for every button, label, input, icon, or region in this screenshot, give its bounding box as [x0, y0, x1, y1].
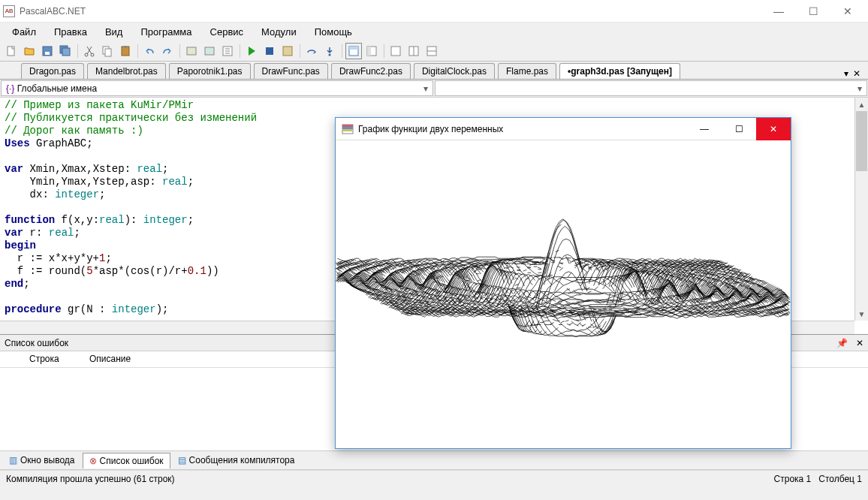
close-button[interactable]: ✕ [830, 0, 865, 23]
titlebar: AB PascalABC.NET — ☐ ✕ [0, 0, 868, 23]
copy-icon[interactable] [99, 43, 116, 59]
menu-file[interactable]: Файл [3, 25, 45, 39]
editor-tabs-row: Dragon.pasMandelbrot.pasPaporotnik1.pasD… [0, 62, 868, 80]
compiler-icon: ▤ [178, 455, 186, 465]
app-icon: AB [3, 5, 15, 17]
scope-dropdown-left[interactable]: {·} Глобальные имена ▾ [1, 80, 433, 96]
errors-col-line[interactable]: Строка [27, 351, 87, 367]
errors-icon: ⊗ [89, 456, 97, 466]
undo-icon[interactable] [141, 43, 158, 59]
scroll-up-icon[interactable]: ▲ [855, 98, 868, 111]
chevron-down-icon: ▾ [423, 83, 428, 94]
popup-close-button[interactable]: ✕ [756, 118, 791, 140]
svg-rect-26 [342, 127, 353, 129]
popup-maximize-button[interactable]: ☐ [722, 118, 756, 140]
statusbar: Компиляция прошла успешно (61 строк) Стр… [0, 470, 868, 486]
cut-icon[interactable] [81, 43, 98, 59]
stop-icon[interactable] [261, 43, 278, 59]
svg-point-6 [91, 53, 94, 56]
editor-tab[interactable]: Mandelbrot.pas [87, 63, 166, 79]
maximize-button[interactable]: ☐ [796, 0, 830, 23]
editor-tab[interactable]: DrawFunc2.pas [331, 63, 411, 79]
tab-compiler[interactable]: ▤ Сообщения компилятора [172, 453, 301, 468]
tab-errors[interactable]: ⊗ Список ошибок [83, 453, 170, 468]
svg-rect-18 [349, 47, 358, 50]
module-icon[interactable] [183, 43, 200, 59]
errors-panel-title: Список ошибок [5, 338, 68, 348]
panel-close-icon[interactable]: ✕ [856, 338, 863, 348]
status-column: Столбец 1 [818, 474, 862, 484]
svg-rect-15 [283, 47, 292, 56]
editor-tab[interactable]: DigitalClock.pas [414, 63, 495, 79]
editor-tab[interactable]: Flame.pas [498, 63, 556, 79]
step-into-icon[interactable] [321, 43, 338, 59]
chevron-down-icon: ▾ [857, 83, 862, 94]
menu-help[interactable]: Помощь [306, 25, 361, 39]
scrollbar-thumb[interactable] [856, 111, 867, 171]
module2-icon[interactable] [201, 43, 218, 59]
svg-rect-2 [45, 52, 50, 55]
svg-point-16 [329, 53, 331, 56]
app-title: PascalABC.NET [20, 6, 761, 17]
graph-window[interactable]: График функции двух переменных — ☐ ✕ [335, 117, 791, 449]
new-file-icon[interactable] [3, 43, 20, 59]
vertical-scrollbar[interactable]: ▲ ▼ [854, 98, 868, 321]
graph-canvas [336, 140, 791, 448]
pin-icon[interactable]: 📌 [836, 338, 848, 348]
svg-rect-12 [205, 47, 214, 55]
scope-row: {·} Глобальные имена ▾ ▾ [0, 80, 868, 98]
svg-rect-11 [187, 47, 196, 55]
menu-edit[interactable]: Правка [45, 25, 96, 39]
scope-dropdown-right[interactable]: ▾ [435, 80, 867, 96]
graph-window-titlebar[interactable]: График функции двух переменных — ☐ ✕ [336, 118, 791, 140]
svg-rect-0 [8, 47, 14, 56]
editor-tab[interactable]: DrawFunc.pas [254, 63, 328, 79]
minimize-button[interactable]: — [761, 0, 796, 23]
status-message: Компиляция прошла успешно (61 строк) [6, 474, 774, 484]
svg-rect-20 [367, 47, 371, 56]
menu-view[interactable]: Вид [96, 25, 132, 39]
toolbar [0, 41, 868, 62]
window3-icon[interactable] [423, 43, 440, 59]
open-file-icon[interactable] [21, 43, 38, 59]
window1-icon[interactable] [387, 43, 404, 59]
svg-point-5 [85, 53, 88, 56]
bottom-tabs: ▥ Окно вывода ⊗ Список ошибок ▤ Сообщени… [0, 450, 868, 470]
layout1-icon[interactable] [345, 43, 362, 59]
svg-rect-25 [342, 125, 353, 127]
paste-icon[interactable] [117, 43, 134, 59]
menu-modules[interactable]: Модули [252, 25, 306, 39]
status-line: Строка 1 [774, 474, 812, 484]
save-icon[interactable] [39, 43, 56, 59]
save-all-icon[interactable] [57, 43, 74, 59]
form-icon [342, 123, 354, 135]
redo-icon[interactable] [159, 43, 176, 59]
menu-service[interactable]: Сервис [201, 25, 253, 39]
tabs-close-icon[interactable]: ✕ [853, 68, 860, 79]
tabs-dropdown-icon[interactable]: ▾ [844, 68, 848, 79]
svg-rect-21 [391, 47, 400, 56]
compile-icon[interactable] [279, 43, 296, 59]
popup-minimize-button[interactable]: — [687, 118, 722, 140]
menu-program[interactable]: Программа [131, 25, 200, 39]
svg-rect-14 [266, 47, 273, 55]
window2-icon[interactable] [405, 43, 422, 59]
properties-icon[interactable] [219, 43, 236, 59]
output-icon: ▥ [9, 455, 17, 465]
tab-output[interactable]: ▥ Окно вывода [3, 453, 81, 468]
scroll-down-icon[interactable]: ▼ [855, 307, 868, 321]
editor-tab[interactable]: Paporotnik1.pas [169, 63, 251, 79]
graph-window-title: График функции двух переменных [358, 124, 503, 134]
editor-tab[interactable]: •graph3d.pas [Запущен] [559, 63, 680, 79]
svg-rect-10 [124, 46, 127, 48]
svg-rect-4 [62, 48, 70, 56]
scope-label: Глобальные имена [17, 83, 97, 94]
svg-rect-27 [342, 129, 353, 131]
svg-rect-8 [105, 49, 111, 56]
layout2-icon[interactable] [363, 43, 380, 59]
run-icon[interactable] [243, 43, 260, 59]
menubar: Файл Правка Вид Программа Сервис Модули … [0, 23, 868, 41]
editor-tab[interactable]: Dragon.pas [21, 63, 84, 79]
step-over-icon[interactable] [303, 43, 320, 59]
